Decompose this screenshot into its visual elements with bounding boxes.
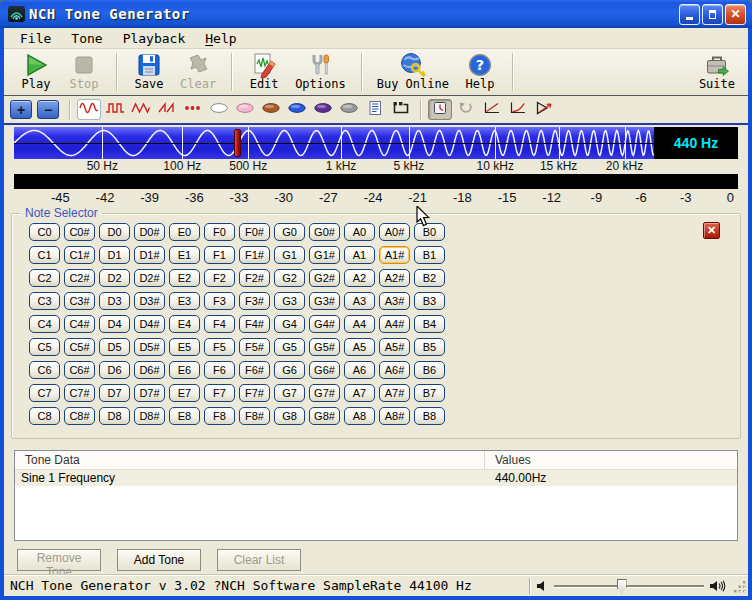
note-button-d5s[interactable]: D5# xyxy=(134,338,165,356)
save-button[interactable]: Save xyxy=(125,51,173,92)
note-button-g6s[interactable]: G6# xyxy=(309,361,340,379)
add-tone-button[interactable]: Add Tone xyxy=(117,549,201,571)
note-button-c6s[interactable]: C6# xyxy=(64,361,95,379)
speaker-min-icon[interactable] xyxy=(536,580,548,592)
table-row[interactable]: Sine 1 Frequency440.00Hz xyxy=(15,470,737,486)
note-button-f8s[interactable]: F8# xyxy=(239,407,270,425)
note-button-a3s[interactable]: A3# xyxy=(379,292,410,310)
sweep-linear-button[interactable] xyxy=(480,99,504,120)
note-button-c1[interactable]: C1 xyxy=(29,246,60,264)
note-button-d7s[interactable]: D7# xyxy=(134,384,165,402)
note-button-c6[interactable]: C6 xyxy=(29,361,60,379)
note-button-c3s[interactable]: C3# xyxy=(64,292,95,310)
note-button-b2[interactable]: B2 xyxy=(414,269,445,287)
note-button-a3[interactable]: A3 xyxy=(344,292,375,310)
close-button[interactable]: ✕ xyxy=(725,4,746,25)
play-button[interactable]: Play xyxy=(12,51,60,92)
note-button-a7[interactable]: A7 xyxy=(344,384,375,402)
menu-playback[interactable]: Playback xyxy=(115,30,194,47)
help-button[interactable]: ?Help xyxy=(456,51,504,92)
note-button-g3s[interactable]: G3# xyxy=(309,292,340,310)
note-button-f4s[interactable]: F4# xyxy=(239,315,270,333)
note-button-f0s[interactable]: F0# xyxy=(239,223,270,241)
note-button-f1[interactable]: F1 xyxy=(204,246,235,264)
menu-tone[interactable]: Tone xyxy=(63,30,110,47)
impulse-wave-button[interactable] xyxy=(181,99,205,120)
note-button-b8[interactable]: B8 xyxy=(414,407,445,425)
note-button-a7s[interactable]: A7# xyxy=(379,384,410,402)
note-button-c7s[interactable]: C7# xyxy=(64,384,95,402)
note-button-g8[interactable]: G8 xyxy=(274,407,305,425)
volume-thumb[interactable] xyxy=(617,579,627,594)
minimize-button[interactable] xyxy=(679,4,700,25)
note-button-d1[interactable]: D1 xyxy=(99,246,130,264)
note-button-f0[interactable]: F0 xyxy=(204,223,235,241)
note-button-c4s[interactable]: C4# xyxy=(64,315,95,333)
note-button-a1s[interactable]: A1# xyxy=(379,246,410,264)
note-button-g7[interactable]: G7 xyxy=(274,384,305,402)
note-button-f5s[interactable]: F5# xyxy=(239,338,270,356)
note-button-d4s[interactable]: D4# xyxy=(134,315,165,333)
noise-brown-button[interactable] xyxy=(259,99,283,120)
note-button-c2s[interactable]: C2# xyxy=(64,269,95,287)
note-button-f2[interactable]: F2 xyxy=(204,269,235,287)
note-button-a2s[interactable]: A2# xyxy=(379,269,410,287)
resize-grip[interactable] xyxy=(734,581,747,594)
noise-gray-button[interactable] xyxy=(337,99,361,120)
zoom-in-button[interactable]: + xyxy=(10,100,32,119)
note-button-c1s[interactable]: C1# xyxy=(64,246,95,264)
note-button-g2[interactable]: G2 xyxy=(274,269,305,287)
note-button-e1[interactable]: E1 xyxy=(169,246,200,264)
volume-slider[interactable] xyxy=(554,578,704,594)
note-button-d3[interactable]: D3 xyxy=(99,292,130,310)
edit-button[interactable]: Edit xyxy=(240,51,288,92)
sine-wave-button[interactable] xyxy=(77,99,101,120)
noise-pink-button[interactable] xyxy=(233,99,257,120)
note-button-e0[interactable]: E0 xyxy=(169,223,200,241)
note-button-b4[interactable]: B4 xyxy=(414,315,445,333)
note-button-a5[interactable]: A5 xyxy=(344,338,375,356)
note-button-a1[interactable]: A1 xyxy=(344,246,375,264)
note-button-c2[interactable]: C2 xyxy=(29,269,60,287)
waveform-area[interactable] xyxy=(14,127,654,159)
note-button-g5[interactable]: G5 xyxy=(274,338,305,356)
note-button-d3s[interactable]: D3# xyxy=(134,292,165,310)
sweep-play-button[interactable] xyxy=(532,99,556,120)
tone-list-button[interactable] xyxy=(363,99,387,120)
note-button-c7[interactable]: C7 xyxy=(29,384,60,402)
note-button-c5s[interactable]: C5# xyxy=(64,338,95,356)
note-button-e4[interactable]: E4 xyxy=(169,315,200,333)
note-button-b0[interactable]: B0 xyxy=(414,223,445,241)
note-button-d0[interactable]: D0 xyxy=(99,223,130,241)
note-button-g0s[interactable]: G0# xyxy=(309,223,340,241)
note-button-b7[interactable]: B7 xyxy=(414,384,445,402)
note-button-d5[interactable]: D5 xyxy=(99,338,130,356)
note-button-f5[interactable]: F5 xyxy=(204,338,235,356)
noise-blue-button[interactable] xyxy=(285,99,309,120)
note-button-f6s[interactable]: F6# xyxy=(239,361,270,379)
note-button-g8s[interactable]: G8# xyxy=(309,407,340,425)
note-button-e2[interactable]: E2 xyxy=(169,269,200,287)
note-button-f4[interactable]: F4 xyxy=(204,315,235,333)
note-button-e6[interactable]: E6 xyxy=(169,361,200,379)
note-button-b6[interactable]: B6 xyxy=(414,361,445,379)
square-wave-button[interactable] xyxy=(103,99,127,120)
note-button-e5[interactable]: E5 xyxy=(169,338,200,356)
suite-button[interactable]: Suite xyxy=(692,51,742,92)
note-button-a2[interactable]: A2 xyxy=(344,269,375,287)
sweep-curve-button[interactable] xyxy=(506,99,530,120)
note-button-g0[interactable]: G0 xyxy=(274,223,305,241)
note-button-c0[interactable]: C0 xyxy=(29,223,60,241)
note-button-g1s[interactable]: G1# xyxy=(309,246,340,264)
note-button-g4[interactable]: G4 xyxy=(274,315,305,333)
buy-online-button[interactable]: Buy Online xyxy=(370,51,456,92)
note-button-f3s[interactable]: F3# xyxy=(239,292,270,310)
note-button-c3[interactable]: C3 xyxy=(29,292,60,310)
note-button-a4[interactable]: A4 xyxy=(344,315,375,333)
note-button-f7[interactable]: F7 xyxy=(204,384,235,402)
note-button-a6s[interactable]: A6# xyxy=(379,361,410,379)
note-button-d8s[interactable]: D8# xyxy=(134,407,165,425)
note-button-c5[interactable]: C5 xyxy=(29,338,60,356)
noise-purple-button[interactable] xyxy=(311,99,335,120)
note-button-d2[interactable]: D2 xyxy=(99,269,130,287)
